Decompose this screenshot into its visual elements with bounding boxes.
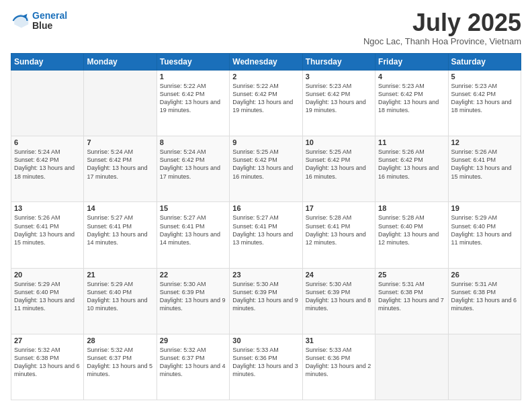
cell-info: Sunrise: 5:22 AM Sunset: 6:42 PM Dayligh… [232,82,299,115]
day-header-thursday: Thursday [302,54,375,71]
cell-info: Sunrise: 5:29 AM Sunset: 6:40 PM Dayligh… [87,280,153,313]
calendar-cell: 1Sunrise: 5:22 AM Sunset: 6:42 PM Daylig… [157,71,229,136]
day-number: 15 [160,204,226,212]
calendar-cell: 18Sunrise: 5:28 AM Sunset: 6:40 PM Dayli… [375,202,448,268]
day-number: 8 [160,138,226,146]
calendar-cell [11,71,84,136]
day-number: 26 [451,271,518,279]
day-number: 9 [232,138,299,146]
cell-info: Sunrise: 5:30 AM Sunset: 6:39 PM Dayligh… [306,280,372,313]
calendar-cell [84,71,157,136]
calendar-cell: 6Sunrise: 5:24 AM Sunset: 6:42 PM Daylig… [11,136,84,202]
logo-line2: Blue [32,21,67,31]
cell-info: Sunrise: 5:24 AM Sunset: 6:42 PM Dayligh… [87,148,153,181]
day-number: 30 [232,336,299,345]
cell-info: Sunrise: 5:28 AM Sunset: 6:41 PM Dayligh… [306,214,372,246]
day-number: 10 [306,138,372,146]
day-header-wednesday: Wednesday [230,54,302,71]
day-number: 1 [160,73,226,81]
cell-info: Sunrise: 5:26 AM Sunset: 6:41 PM Dayligh… [451,148,518,181]
day-number: 6 [14,138,81,146]
day-number: 21 [87,271,153,279]
day-number: 25 [378,271,445,279]
day-number: 27 [14,336,81,345]
cell-info: Sunrise: 5:27 AM Sunset: 6:41 PM Dayligh… [87,214,153,246]
day-number: 16 [232,204,299,212]
calendar-week-row: 1Sunrise: 5:22 AM Sunset: 6:42 PM Daylig… [11,71,521,136]
calendar-cell: 12Sunrise: 5:26 AM Sunset: 6:41 PM Dayli… [448,136,521,202]
day-number: 17 [306,204,372,212]
logo-icon [11,11,30,30]
day-header-saturday: Saturday [448,54,521,71]
calendar-cell: 29Sunrise: 5:32 AM Sunset: 6:37 PM Dayli… [157,334,229,400]
day-number: 13 [14,204,81,212]
calendar-cell: 30Sunrise: 5:33 AM Sunset: 6:36 PM Dayli… [230,334,302,400]
calendar-cell: 7Sunrise: 5:24 AM Sunset: 6:42 PM Daylig… [84,136,157,202]
day-number: 5 [451,73,518,81]
day-number: 7 [87,138,153,146]
day-number: 18 [378,204,445,212]
calendar-week-row: 13Sunrise: 5:26 AM Sunset: 6:41 PM Dayli… [11,202,521,268]
month-year: July 2025 [363,11,521,35]
calendar-cell: 21Sunrise: 5:29 AM Sunset: 6:40 PM Dayli… [84,268,157,334]
calendar-cell: 3Sunrise: 5:23 AM Sunset: 6:42 PM Daylig… [302,71,375,136]
calendar-cell: 25Sunrise: 5:31 AM Sunset: 6:38 PM Dayli… [375,268,448,334]
cell-info: Sunrise: 5:31 AM Sunset: 6:38 PM Dayligh… [451,280,518,313]
calendar-table: SundayMondayTuesdayWednesdayThursdayFrid… [11,53,521,400]
day-number: 22 [160,271,226,279]
calendar-week-row: 27Sunrise: 5:32 AM Sunset: 6:38 PM Dayli… [11,334,521,400]
day-number: 20 [14,271,81,279]
calendar-cell: 11Sunrise: 5:26 AM Sunset: 6:42 PM Dayli… [375,136,448,202]
cell-info: Sunrise: 5:29 AM Sunset: 6:40 PM Dayligh… [14,280,81,313]
cell-info: Sunrise: 5:28 AM Sunset: 6:40 PM Dayligh… [378,214,445,246]
calendar-cell: 31Sunrise: 5:33 AM Sunset: 6:36 PM Dayli… [302,334,375,400]
cell-info: Sunrise: 5:27 AM Sunset: 6:41 PM Dayligh… [232,214,299,246]
cell-info: Sunrise: 5:30 AM Sunset: 6:39 PM Dayligh… [232,280,299,313]
calendar-cell: 20Sunrise: 5:29 AM Sunset: 6:40 PM Dayli… [11,268,84,334]
calendar-cell: 9Sunrise: 5:25 AM Sunset: 6:42 PM Daylig… [230,136,302,202]
calendar-cell: 19Sunrise: 5:29 AM Sunset: 6:40 PM Dayli… [448,202,521,268]
cell-info: Sunrise: 5:32 AM Sunset: 6:37 PM Dayligh… [160,346,226,379]
logo: General Blue [11,11,67,32]
calendar-cell: 14Sunrise: 5:27 AM Sunset: 6:41 PM Dayli… [84,202,157,268]
header: General Blue July 2025 Ngoc Lac, Thanh H… [11,11,521,46]
day-number: 2 [232,73,299,81]
location: Ngoc Lac, Thanh Hoa Province, Vietnam [363,36,521,46]
calendar-cell: 13Sunrise: 5:26 AM Sunset: 6:41 PM Dayli… [11,202,84,268]
cell-info: Sunrise: 5:33 AM Sunset: 6:36 PM Dayligh… [306,346,372,379]
cell-info: Sunrise: 5:27 AM Sunset: 6:41 PM Dayligh… [160,214,226,246]
cell-info: Sunrise: 5:23 AM Sunset: 6:42 PM Dayligh… [451,82,518,115]
cell-info: Sunrise: 5:22 AM Sunset: 6:42 PM Dayligh… [160,82,226,115]
calendar-cell: 22Sunrise: 5:30 AM Sunset: 6:39 PM Dayli… [157,268,229,334]
day-number: 31 [306,336,372,345]
calendar-cell [375,334,448,400]
logo-line1: General [32,10,67,21]
cell-info: Sunrise: 5:23 AM Sunset: 6:42 PM Dayligh… [306,82,372,115]
calendar-cell: 5Sunrise: 5:23 AM Sunset: 6:42 PM Daylig… [448,71,521,136]
calendar-week-row: 20Sunrise: 5:29 AM Sunset: 6:40 PM Dayli… [11,268,521,334]
day-number: 23 [232,271,299,279]
cell-info: Sunrise: 5:26 AM Sunset: 6:41 PM Dayligh… [14,214,81,246]
calendar-cell: 2Sunrise: 5:22 AM Sunset: 6:42 PM Daylig… [230,71,302,136]
calendar-cell [448,334,521,400]
day-number: 11 [378,138,445,146]
calendar-cell: 27Sunrise: 5:32 AM Sunset: 6:38 PM Dayli… [11,334,84,400]
calendar-cell: 15Sunrise: 5:27 AM Sunset: 6:41 PM Dayli… [157,202,229,268]
cell-info: Sunrise: 5:31 AM Sunset: 6:38 PM Dayligh… [378,280,445,313]
calendar-cell: 28Sunrise: 5:32 AM Sunset: 6:37 PM Dayli… [84,334,157,400]
calendar-cell: 17Sunrise: 5:28 AM Sunset: 6:41 PM Dayli… [302,202,375,268]
day-number: 24 [306,271,372,279]
day-number: 28 [87,336,153,345]
day-number: 29 [160,336,226,345]
calendar-cell: 23Sunrise: 5:30 AM Sunset: 6:39 PM Dayli… [230,268,302,334]
calendar-cell: 16Sunrise: 5:27 AM Sunset: 6:41 PM Dayli… [230,202,302,268]
calendar-cell: 8Sunrise: 5:24 AM Sunset: 6:42 PM Daylig… [157,136,229,202]
day-number: 12 [451,138,518,146]
cell-info: Sunrise: 5:25 AM Sunset: 6:42 PM Dayligh… [232,148,299,181]
cell-info: Sunrise: 5:33 AM Sunset: 6:36 PM Dayligh… [232,346,299,379]
cell-info: Sunrise: 5:30 AM Sunset: 6:39 PM Dayligh… [160,280,226,313]
day-number: 4 [378,73,445,81]
cell-info: Sunrise: 5:26 AM Sunset: 6:42 PM Dayligh… [378,148,445,181]
day-header-tuesday: Tuesday [157,54,229,71]
page: General Blue July 2025 Ngoc Lac, Thanh H… [0,0,532,411]
